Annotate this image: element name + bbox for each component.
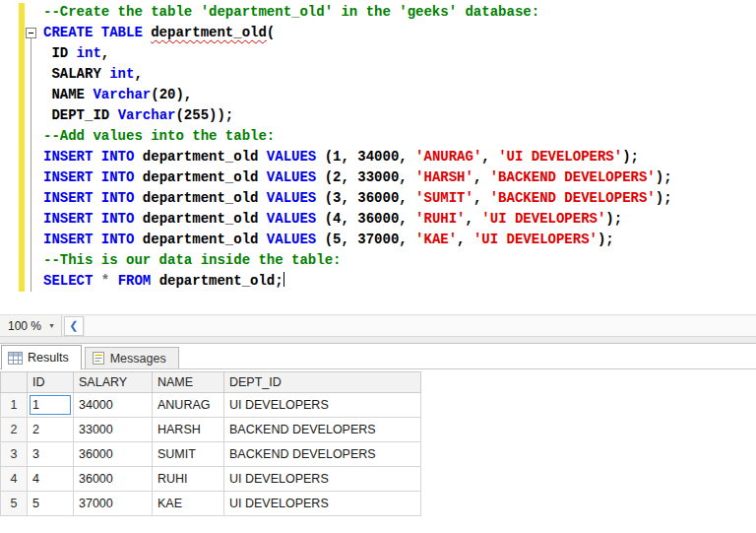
grid-row: 3336000SUMITBACKEND DEVELOPERS — [1, 442, 421, 467]
grid-row: 1134000ANURAGUI DEVELOPERS — [1, 393, 421, 418]
code-line[interactable]: INSERT INTO department_old VALUES (2, 33… — [43, 167, 672, 188]
code-token: ); — [605, 211, 622, 227]
code-token: (2, 33000, — [325, 169, 415, 185]
code-token: ); — [656, 190, 672, 206]
code-token: 'RUHI' — [415, 211, 465, 227]
grid-cell[interactable]: SUMIT — [153, 442, 224, 467]
code-token: * — [101, 273, 118, 289]
row-header[interactable]: 3 — [1, 442, 28, 467]
code-token: VALUES — [267, 232, 325, 247]
code-token: , — [473, 190, 490, 206]
row-header[interactable]: 5 — [1, 492, 28, 516]
code-token: --Add values into the table: — [43, 128, 275, 144]
code-token: department_old — [143, 169, 267, 185]
row-header[interactable]: 4 — [1, 467, 28, 492]
code-line[interactable]: INSERT INTO department_old VALUES (1, 34… — [43, 147, 672, 167]
code-line[interactable]: SELECT * FROM department_old; — [43, 271, 672, 292]
grid-body: 1134000ANURAGUI DEVELOPERS2233000HARSHBA… — [1, 393, 421, 516]
grid-cell[interactable]: UI DEVELOPERS — [224, 467, 421, 492]
code-token: (255)); — [175, 107, 233, 123]
code-line[interactable]: SALARY int, — [43, 64, 672, 85]
zoom-dropdown[interactable]: 100 % ▼ — [0, 315, 62, 336]
code-token: Varchar — [118, 107, 176, 123]
tab-label: Messages — [110, 352, 166, 366]
row-header[interactable]: 1 — [1, 393, 28, 418]
code-line[interactable]: NAME Varchar(20), — [43, 85, 672, 105]
code-token: department_old; — [159, 273, 284, 289]
code-line[interactable]: --Add values into the table: — [43, 126, 672, 147]
code-token: ); — [656, 169, 672, 185]
code-token: INSERT INTO — [43, 169, 143, 185]
column-header-id[interactable]: ID — [28, 372, 74, 393]
grid-cell[interactable]: ANURAG — [153, 393, 224, 418]
code-token: 'BACKEND DEVELOPERS' — [490, 190, 656, 206]
code-token: INSERT INTO — [43, 190, 143, 206]
grid-row: 2233000HARSHBACKEND DEVELOPERS — [1, 418, 421, 442]
grid-cell[interactable]: UI DEVELOPERS — [224, 393, 421, 418]
code-token: CREATE TABLE — [43, 25, 151, 40]
results-grid-icon — [8, 352, 23, 365]
grid-cell[interactable]: 2 — [28, 418, 74, 442]
code-token: SALARY — [43, 66, 109, 82]
grid-cell[interactable]: BACKEND DEVELOPERS — [224, 442, 421, 467]
column-header-dept_id[interactable]: DEPT_ID — [224, 372, 421, 393]
grid-cell[interactable]: KAE — [153, 492, 224, 516]
grid-cell[interactable]: 3 — [28, 442, 74, 467]
code-line[interactable]: CREATE TABLE department_old( — [43, 23, 672, 43]
grid-cell[interactable]: 1 — [28, 393, 74, 418]
grid-cell[interactable]: BACKEND DEVELOPERS — [224, 418, 421, 442]
tab-label: Results — [28, 351, 69, 365]
code-line[interactable]: --This is our data inside the table: — [43, 250, 672, 271]
grid-cell[interactable]: 36000 — [74, 442, 153, 467]
code-token: 'ANURAG' — [415, 149, 481, 165]
row-header[interactable]: 2 — [1, 418, 28, 442]
grid-cell[interactable]: 37000 — [74, 492, 153, 516]
zoom-level: 100 % — [8, 319, 41, 333]
grid-cell[interactable]: RUHI — [153, 467, 224, 492]
code-token: 'BACKEND DEVELOPERS' — [490, 169, 656, 185]
results-grid-pane: IDSALARYNAMEDEPT_ID 1134000ANURAGUI DEVE… — [0, 369, 756, 516]
tab-messages[interactable]: Messages — [85, 347, 179, 368]
code-token: VALUES — [267, 149, 325, 165]
code-token: Varchar — [93, 87, 151, 102]
grid-cell[interactable]: 5 — [28, 492, 74, 516]
column-header-name[interactable]: NAME — [153, 372, 224, 393]
code-line[interactable]: --Create the table 'department_old' in t… — [43, 2, 672, 23]
code-fold-collapse-box[interactable] — [26, 28, 36, 38]
grid-cell[interactable]: 36000 — [74, 467, 153, 492]
minus-icon — [29, 33, 33, 33]
tab-results[interactable]: Results — [1, 345, 82, 369]
code-token: department_old — [143, 149, 267, 165]
code-line[interactable]: ID int, — [43, 43, 672, 64]
code-line[interactable]: INSERT INTO department_old VALUES (4, 36… — [43, 209, 672, 230]
code-token: ); — [622, 149, 639, 165]
grid-cell[interactable]: 33000 — [74, 418, 153, 442]
column-header-salary[interactable]: SALARY — [74, 372, 153, 393]
grid-cell[interactable]: UI DEVELOPERS — [224, 492, 421, 516]
grid-cell[interactable]: 34000 — [74, 393, 153, 418]
grid-cell[interactable]: 4 — [28, 467, 74, 492]
editor-bottom-strip: 100 % ▼ ❮ — [0, 314, 756, 336]
grid-corner[interactable] — [1, 372, 28, 393]
hscroll-track[interactable] — [84, 316, 756, 336]
code-token: INSERT INTO — [43, 232, 143, 247]
code-token: int — [109, 66, 134, 82]
hscroll-left-arrow[interactable]: ❮ — [64, 316, 84, 336]
chevron-down-icon: ▼ — [48, 322, 55, 329]
code-line[interactable]: INSERT INTO department_old VALUES (5, 37… — [43, 230, 672, 250]
modified-lines-indicator — [19, 3, 25, 292]
code-line[interactable]: INSERT INTO department_old VALUES (3, 36… — [43, 188, 672, 209]
pane-splitter[interactable] — [0, 336, 756, 344]
code-token: (3, 36000, — [325, 190, 415, 206]
code-line[interactable]: DEPT_ID Varchar(255)); — [43, 105, 672, 126]
code-token: (4, 36000, — [325, 211, 415, 227]
code-token: ID — [43, 45, 77, 61]
grid-row: 4436000RUHIUI DEVELOPERS — [1, 467, 421, 492]
code-token: department_old — [151, 25, 267, 40]
grid-cell[interactable]: HARSH — [153, 418, 224, 442]
sql-editor[interactable]: --Create the table 'department_old' in t… — [0, 0, 756, 314]
code-token: , — [134, 66, 142, 82]
code-token: 'UI DEVELOPERS' — [473, 232, 598, 247]
code-token: int — [77, 45, 101, 61]
results-tabbar: Results Messages — [0, 344, 756, 369]
